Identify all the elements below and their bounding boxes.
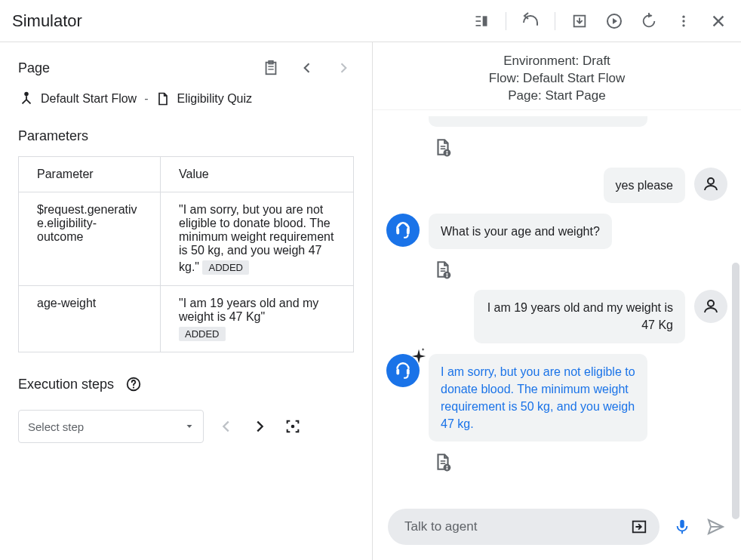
- svg-point-32: [708, 300, 714, 306]
- input-bar: Talk to agent: [373, 500, 741, 560]
- user-bubble: yes please: [604, 168, 686, 203]
- svg-point-18: [291, 425, 295, 429]
- user-avatar: [694, 168, 727, 201]
- breadcrumb-sep: -: [144, 92, 148, 106]
- svg-rect-39: [447, 468, 448, 470]
- svg-point-22: [446, 151, 447, 152]
- close-icon[interactable]: [708, 11, 729, 32]
- svg-rect-41: [680, 520, 684, 528]
- svg-point-16: [133, 386, 134, 388]
- table-row: $request.generative.eligibility-outcome …: [19, 192, 354, 286]
- env-line: Page: Start Page: [373, 88, 741, 105]
- status-badge: ADDED: [179, 327, 226, 341]
- sparkle-icon: [410, 348, 427, 365]
- user-avatar: [694, 290, 727, 323]
- more-icon[interactable]: [673, 11, 694, 32]
- svg-point-8: [682, 20, 684, 22]
- refresh-icon[interactable]: [638, 11, 660, 32]
- toolbar-right: [471, 11, 729, 32]
- right-panel: Environment: Draft Flow: Default Start F…: [373, 42, 741, 560]
- send-icon[interactable]: [705, 516, 726, 537]
- svg-rect-33: [396, 368, 399, 374]
- svg-point-7: [682, 15, 684, 17]
- svg-rect-2: [476, 25, 481, 26]
- focus-icon[interactable]: [282, 416, 303, 437]
- select-step[interactable]: Select step: [18, 410, 204, 443]
- parameters-table: Parameter Value $request.generative.elig…: [18, 156, 354, 352]
- svg-rect-0: [476, 16, 481, 17]
- svg-point-9: [682, 24, 684, 26]
- svg-rect-25: [396, 229, 399, 235]
- chat-area: yes please What is your age and weight?: [373, 110, 741, 500]
- scrollbar[interactable]: [732, 263, 739, 519]
- diagnostic-icon[interactable]: [433, 452, 453, 472]
- breadcrumb-page[interactable]: Eligibility Quiz: [155, 91, 252, 107]
- prev-step-icon[interactable]: [216, 416, 237, 437]
- play-icon[interactable]: [604, 11, 625, 32]
- section-page-label: Page: [18, 60, 50, 76]
- breadcrumb-flow-label: Default Start Flow: [41, 92, 137, 106]
- help-icon[interactable]: [123, 374, 144, 395]
- col-value: Value: [161, 157, 354, 192]
- param-value: "I am sorry, but you are not eligible to…: [161, 192, 354, 286]
- svg-point-37: [444, 464, 451, 472]
- undo-icon[interactable]: [520, 11, 541, 32]
- prev-page-icon[interactable]: [297, 57, 318, 78]
- env-line: Environment: Draft: [373, 53, 741, 70]
- mic-icon[interactable]: [672, 516, 693, 537]
- diagnostic-icon[interactable]: [433, 260, 453, 279]
- parameters-title: Parameters: [18, 128, 354, 144]
- col-parameter: Parameter: [19, 157, 161, 192]
- svg-point-21: [444, 149, 451, 157]
- svg-point-30: [446, 273, 447, 275]
- param-value: "I am 19 years old and my weight is 47 K…: [161, 286, 354, 352]
- svg-marker-6: [613, 18, 617, 24]
- svg-point-38: [446, 466, 447, 467]
- svg-rect-3: [483, 16, 487, 26]
- param-name: $request.generative.eligibility-outcome: [19, 192, 161, 286]
- page-title: Simulator: [12, 11, 82, 31]
- left-panel: Page Default Start Flow - E: [0, 42, 373, 560]
- svg-point-24: [708, 178, 714, 184]
- svg-point-14: [24, 92, 29, 97]
- topbar: Simulator: [0, 0, 741, 42]
- input-placeholder: Talk to agent: [404, 519, 477, 534]
- svg-rect-34: [407, 368, 410, 374]
- agent-avatar: [386, 214, 420, 247]
- select-placeholder: Select step: [28, 420, 84, 433]
- side-panel-icon[interactable]: [471, 11, 492, 32]
- breadcrumb-page-label: Eligibility Quiz: [177, 92, 252, 106]
- svg-rect-1: [476, 20, 481, 22]
- status-badge: ADDED: [202, 260, 249, 275]
- breadcrumb: Default Start Flow - Eligibility Quiz: [18, 91, 354, 107]
- diagnostic-icon[interactable]: [433, 137, 453, 157]
- agent-bubble: What is your age and weight?: [429, 214, 612, 249]
- env-header: Environment: Draft Flow: Default Start F…: [373, 42, 741, 110]
- enter-icon[interactable]: [629, 518, 649, 535]
- user-bubble: I am 19 years old and my weight is 47 Kg: [474, 290, 685, 343]
- next-page-icon[interactable]: [333, 57, 354, 78]
- next-step-icon[interactable]: [249, 416, 270, 437]
- svg-marker-17: [187, 425, 192, 428]
- svg-rect-23: [447, 152, 448, 155]
- chevron-down-icon: [185, 422, 194, 431]
- talk-to-agent-input[interactable]: Talk to agent: [388, 509, 660, 545]
- clipboard-icon[interactable]: [260, 57, 281, 78]
- divider: [506, 12, 506, 30]
- save-icon[interactable]: [569, 11, 590, 32]
- svg-rect-31: [447, 275, 448, 278]
- exec-steps-title: Execution steps: [18, 377, 114, 392]
- table-row: age-weight "I am 19 years old and my wei…: [19, 286, 354, 352]
- divider: [555, 12, 555, 30]
- env-line: Flow: Default Start Flow: [373, 70, 741, 88]
- breadcrumb-flow[interactable]: Default Start Flow: [18, 91, 137, 107]
- svg-rect-26: [407, 229, 410, 235]
- param-name: age-weight: [19, 286, 161, 352]
- generative-bubble: I am sorry, but you are not eligible to …: [429, 354, 647, 442]
- agent-bubble-partial: [429, 116, 647, 127]
